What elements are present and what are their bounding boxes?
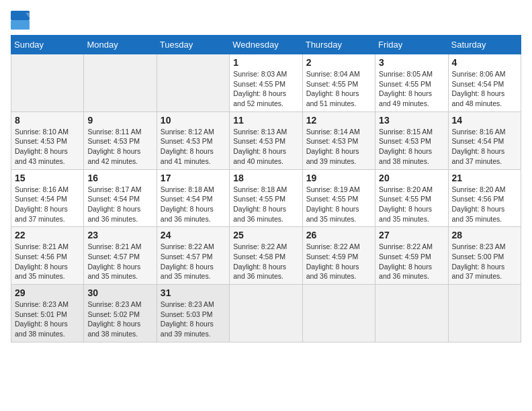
column-header-saturday: Saturday	[448, 36, 521, 54]
calendar-cell: 11Sunrise: 8:13 AMSunset: 4:53 PMDayligh…	[230, 111, 302, 169]
calendar-cell: 25Sunrise: 8:22 AMSunset: 4:58 PMDayligh…	[230, 227, 302, 285]
calendar-cell: 19Sunrise: 8:19 AMSunset: 4:55 PMDayligh…	[302, 169, 375, 227]
calendar-week-1: 1Sunrise: 8:03 AMSunset: 4:55 PMDaylight…	[11, 54, 521, 112]
day-number: 10	[161, 115, 226, 126]
calendar-header-row: SundayMondayTuesdayWednesdayThursdayFrid…	[11, 36, 521, 54]
calendar-cell: 13Sunrise: 8:15 AMSunset: 4:53 PMDayligh…	[375, 111, 448, 169]
calendar-cell	[84, 54, 157, 112]
column-header-sunday: Sunday	[11, 36, 84, 54]
calendar-cell: 20Sunrise: 8:20 AMSunset: 4:55 PMDayligh…	[375, 169, 448, 227]
calendar-cell: 31Sunrise: 8:23 AMSunset: 5:03 PMDayligh…	[157, 285, 229, 342]
day-number: 13	[379, 115, 444, 126]
calendar-cell: 15Sunrise: 8:16 AMSunset: 4:54 PMDayligh…	[11, 169, 84, 227]
day-number: 11	[233, 115, 298, 126]
calendar-cell: 4Sunrise: 8:06 AMSunset: 4:54 PMDaylight…	[448, 54, 521, 112]
calendar-cell: 17Sunrise: 8:18 AMSunset: 4:54 PMDayligh…	[157, 169, 229, 227]
day-number: 2	[306, 57, 371, 68]
day-info: Sunrise: 8:21 AMSunset: 4:57 PMDaylight:…	[87, 242, 152, 281]
day-info: Sunrise: 8:18 AMSunset: 4:54 PMDaylight:…	[161, 185, 226, 224]
day-number: 27	[379, 230, 444, 240]
calendar-week-4: 22Sunrise: 8:21 AMSunset: 4:56 PMDayligh…	[11, 227, 521, 285]
calendar-cell: 24Sunrise: 8:22 AMSunset: 4:57 PMDayligh…	[157, 227, 229, 285]
day-info: Sunrise: 8:23 AMSunset: 5:02 PMDaylight:…	[87, 300, 152, 339]
day-number: 3	[379, 57, 444, 68]
day-info: Sunrise: 8:23 AMSunset: 5:00 PMDaylight:…	[452, 242, 517, 281]
day-info: Sunrise: 8:10 AMSunset: 4:53 PMDaylight:…	[15, 127, 80, 167]
day-number: 17	[161, 173, 226, 183]
day-number: 30	[87, 287, 152, 298]
day-number: 15	[15, 173, 80, 183]
calendar-cell: 12Sunrise: 8:14 AMSunset: 4:53 PMDayligh…	[302, 111, 375, 169]
calendar-week-3: 15Sunrise: 8:16 AMSunset: 4:54 PMDayligh…	[11, 169, 521, 227]
svg-rect-1	[11, 20, 30, 30]
calendar-cell: 8Sunrise: 8:10 AMSunset: 4:53 PMDaylight…	[11, 111, 84, 169]
calendar-table: SundayMondayTuesdayWednesdayThursdayFrid…	[11, 35, 521, 342]
calendar-cell: 27Sunrise: 8:22 AMSunset: 4:59 PMDayligh…	[375, 227, 448, 285]
day-number: 23	[87, 230, 152, 240]
calendar-cell: 1Sunrise: 8:03 AMSunset: 4:55 PMDaylight…	[230, 54, 302, 112]
day-info: Sunrise: 8:20 AMSunset: 4:56 PMDaylight:…	[452, 185, 517, 224]
day-number: 14	[452, 115, 517, 126]
day-number: 31	[161, 287, 226, 298]
calendar-cell	[375, 285, 448, 342]
calendar-cell: 21Sunrise: 8:20 AMSunset: 4:56 PMDayligh…	[448, 169, 521, 227]
calendar-cell: 10Sunrise: 8:12 AMSunset: 4:53 PMDayligh…	[157, 111, 229, 169]
day-info: Sunrise: 8:17 AMSunset: 4:54 PMDaylight:…	[87, 185, 152, 224]
day-info: Sunrise: 8:19 AMSunset: 4:55 PMDaylight:…	[306, 185, 371, 224]
day-number: 8	[15, 115, 80, 126]
day-info: Sunrise: 8:06 AMSunset: 4:54 PMDaylight:…	[452, 69, 517, 109]
calendar-cell	[11, 54, 84, 112]
day-info: Sunrise: 8:22 AMSunset: 4:58 PMDaylight:…	[233, 242, 298, 281]
day-number: 12	[306, 115, 371, 126]
day-info: Sunrise: 8:23 AMSunset: 5:01 PMDaylight:…	[15, 300, 80, 339]
day-number: 22	[15, 230, 80, 240]
day-number: 29	[15, 287, 80, 298]
day-info: Sunrise: 8:18 AMSunset: 4:55 PMDaylight:…	[233, 185, 298, 224]
calendar-cell: 30Sunrise: 8:23 AMSunset: 5:02 PMDayligh…	[84, 285, 157, 342]
day-info: Sunrise: 8:22 AMSunset: 4:57 PMDaylight:…	[161, 242, 226, 281]
calendar-week-2: 8Sunrise: 8:10 AMSunset: 4:53 PMDaylight…	[11, 111, 521, 169]
day-info: Sunrise: 8:11 AMSunset: 4:53 PMDaylight:…	[87, 127, 152, 167]
day-info: Sunrise: 8:12 AMSunset: 4:53 PMDaylight:…	[161, 127, 226, 167]
calendar-cell: 22Sunrise: 8:21 AMSunset: 4:56 PMDayligh…	[11, 227, 84, 285]
calendar-cell	[448, 285, 521, 342]
logo	[11, 11, 32, 30]
day-info: Sunrise: 8:22 AMSunset: 4:59 PMDaylight:…	[379, 242, 444, 281]
day-info: Sunrise: 8:03 AMSunset: 4:55 PMDaylight:…	[233, 69, 298, 109]
day-info: Sunrise: 8:16 AMSunset: 4:54 PMDaylight:…	[15, 185, 80, 224]
day-info: Sunrise: 8:23 AMSunset: 5:03 PMDaylight:…	[161, 300, 226, 339]
calendar-cell	[302, 285, 375, 342]
logo-icon	[11, 11, 30, 30]
day-number: 28	[452, 230, 517, 240]
calendar-cell: 18Sunrise: 8:18 AMSunset: 4:55 PMDayligh…	[230, 169, 302, 227]
calendar-cell: 26Sunrise: 8:22 AMSunset: 4:59 PMDayligh…	[302, 227, 375, 285]
day-number: 26	[306, 230, 371, 240]
svg-rect-0	[11, 11, 30, 20]
day-info: Sunrise: 8:20 AMSunset: 4:55 PMDaylight:…	[379, 185, 444, 224]
day-info: Sunrise: 8:14 AMSunset: 4:53 PMDaylight:…	[306, 127, 371, 167]
day-info: Sunrise: 8:22 AMSunset: 4:59 PMDaylight:…	[306, 242, 371, 281]
day-number: 25	[233, 230, 298, 240]
calendar-cell: 14Sunrise: 8:16 AMSunset: 4:54 PMDayligh…	[448, 111, 521, 169]
calendar-cell: 23Sunrise: 8:21 AMSunset: 4:57 PMDayligh…	[84, 227, 157, 285]
page-header	[11, 11, 521, 30]
column-header-monday: Monday	[84, 36, 157, 54]
calendar-cell	[230, 285, 302, 342]
calendar-cell: 16Sunrise: 8:17 AMSunset: 4:54 PMDayligh…	[84, 169, 157, 227]
calendar-cell: 29Sunrise: 8:23 AMSunset: 5:01 PMDayligh…	[11, 285, 84, 342]
column-header-tuesday: Tuesday	[157, 36, 229, 54]
day-number: 24	[161, 230, 226, 240]
calendar-week-5: 29Sunrise: 8:23 AMSunset: 5:01 PMDayligh…	[11, 285, 521, 342]
calendar-cell: 28Sunrise: 8:23 AMSunset: 5:00 PMDayligh…	[448, 227, 521, 285]
day-info: Sunrise: 8:16 AMSunset: 4:54 PMDaylight:…	[452, 127, 517, 167]
calendar-cell: 2Sunrise: 8:04 AMSunset: 4:55 PMDaylight…	[302, 54, 375, 112]
day-number: 4	[452, 57, 517, 68]
day-number: 20	[379, 173, 444, 183]
column-header-wednesday: Wednesday	[230, 36, 302, 54]
day-info: Sunrise: 8:13 AMSunset: 4:53 PMDaylight:…	[233, 127, 298, 167]
day-number: 19	[306, 173, 371, 183]
day-info: Sunrise: 8:15 AMSunset: 4:53 PMDaylight:…	[379, 127, 444, 167]
day-info: Sunrise: 8:21 AMSunset: 4:56 PMDaylight:…	[15, 242, 80, 281]
day-number: 16	[87, 173, 152, 183]
calendar-cell	[157, 54, 229, 112]
